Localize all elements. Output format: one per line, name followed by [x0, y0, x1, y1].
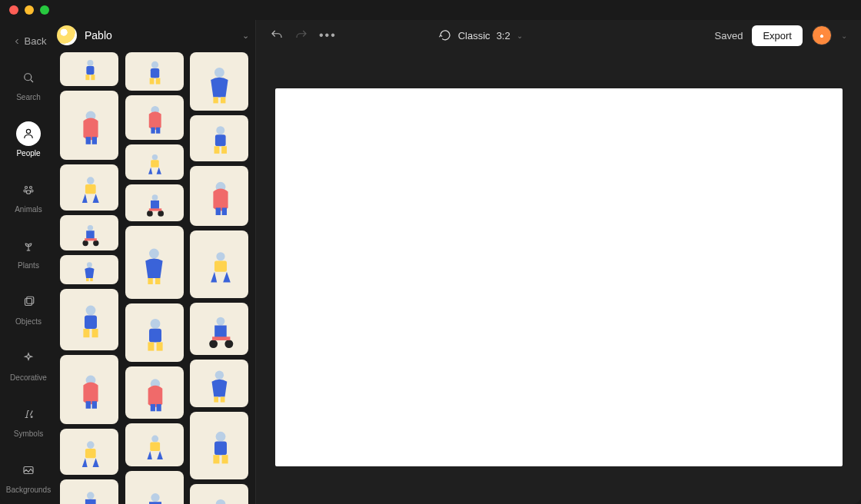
svg-rect-16	[85, 137, 90, 144]
search-icon	[16, 65, 41, 90]
svg-rect-19	[85, 184, 96, 194]
undo-icon	[270, 28, 284, 42]
illustration-thumbnail[interactable]	[125, 144, 184, 180]
category-symbols[interactable]: Symbols	[8, 397, 48, 443]
svg-point-18	[87, 177, 95, 184]
ratio-selector[interactable]: Classic 3:2 ⌄	[438, 28, 523, 42]
category-label: Objects	[15, 317, 42, 326]
main-area: ••• Classic 3:2 ⌄ Saved Export ⌄	[255, 20, 861, 504]
svg-rect-33	[85, 401, 90, 409]
minimize-window[interactable]	[25, 5, 34, 15]
illustration-thumbnail[interactable]	[125, 471, 184, 504]
svg-rect-92	[212, 337, 230, 340]
arrow-left-icon	[12, 37, 22, 46]
svg-rect-36	[85, 449, 96, 458]
undo-button[interactable]	[270, 28, 284, 42]
export-button[interactable]: Export	[752, 25, 803, 46]
svg-rect-51	[156, 128, 160, 134]
paw-icon	[16, 177, 41, 202]
close-window[interactable]	[9, 5, 18, 15]
svg-point-45	[151, 61, 158, 68]
svg-point-20	[87, 224, 92, 230]
category-label: Symbols	[14, 429, 43, 438]
more-menu[interactable]: •••	[319, 28, 337, 42]
illustration-thumbnail[interactable]	[190, 484, 248, 504]
canvas[interactable]	[275, 88, 843, 466]
illustration-thumbnail[interactable]	[60, 164, 118, 211]
user-avatar[interactable]	[812, 25, 832, 45]
illustration-thumbnail[interactable]	[125, 226, 184, 299]
chevron-down-icon[interactable]: ⌄	[841, 32, 847, 40]
svg-rect-17	[91, 137, 96, 144]
illustration-thumbnail[interactable]	[190, 412, 248, 479]
illustration-thumbnail[interactable]	[125, 184, 184, 221]
svg-rect-30	[83, 329, 89, 337]
svg-point-96	[216, 432, 226, 442]
svg-point-37	[87, 492, 95, 499]
illustration-thumbnail[interactable]	[60, 479, 118, 504]
illustration-thumbnail[interactable]	[125, 52, 184, 91]
svg-rect-12	[86, 66, 94, 75]
category-decorative[interactable]: Decorative	[8, 341, 48, 386]
category-search[interactable]: Search	[8, 61, 48, 106]
library-header[interactable]: Pablo ⌄	[57, 20, 255, 51]
chevron-down-icon[interactable]: ⌄	[242, 31, 249, 41]
svg-point-0	[25, 74, 32, 81]
illustration-thumbnail[interactable]	[125, 366, 184, 419]
svg-rect-77	[213, 97, 218, 103]
illustration-thumbnail[interactable]	[125, 423, 184, 466]
category-label: Animals	[15, 205, 42, 214]
svg-point-62	[151, 319, 161, 329]
objects-icon	[16, 290, 41, 314]
redo-button[interactable]	[294, 28, 308, 42]
maximize-window[interactable]	[40, 5, 49, 15]
illustration-thumbnail[interactable]	[190, 360, 248, 407]
category-people[interactable]: People	[8, 117, 48, 162]
svg-rect-82	[221, 146, 227, 154]
back-label: Back	[25, 35, 47, 47]
illustration-thumbnail[interactable]	[190, 52, 248, 111]
category-backgrounds[interactable]: Backgrounds	[8, 453, 48, 499]
svg-point-54	[152, 194, 158, 201]
sparkle-icon	[16, 346, 41, 370]
svg-rect-84	[216, 207, 221, 215]
svg-point-11	[87, 60, 93, 66]
illustration-thumbnail[interactable]	[60, 215, 118, 250]
illustration-thumbnail[interactable]	[60, 91, 118, 160]
svg-point-9	[31, 416, 32, 417]
svg-rect-98	[213, 455, 219, 463]
svg-rect-63	[149, 328, 161, 342]
illustration-thumbnail[interactable]	[190, 230, 248, 298]
svg-point-1	[26, 129, 30, 133]
svg-rect-55	[151, 201, 159, 209]
svg-rect-70	[151, 442, 161, 451]
svg-rect-78	[221, 97, 225, 103]
category-objects[interactable]: Objects	[8, 285, 48, 330]
illustration-thumbnail[interactable]	[190, 303, 248, 355]
person-icon	[16, 121, 41, 146]
svg-rect-68	[157, 404, 161, 411]
category-animals[interactable]: Animals	[8, 173, 48, 218]
illustration-thumbnail[interactable]	[190, 166, 248, 226]
category-plants[interactable]: Plants	[8, 229, 48, 274]
illustration-thumbnail[interactable]	[125, 303, 184, 362]
svg-rect-34	[91, 401, 96, 409]
svg-point-4	[24, 190, 26, 192]
illustration-thumbnail[interactable]	[60, 255, 118, 284]
illustration-thumbnail[interactable]	[125, 95, 184, 140]
illustration-thumbnail[interactable]	[60, 52, 118, 86]
svg-rect-38	[85, 499, 96, 504]
illustration-thumbnail[interactable]	[60, 355, 118, 424]
plant-icon	[16, 234, 41, 258]
illustration-thumbnail[interactable]	[60, 289, 118, 350]
illustration-thumbnail[interactable]	[190, 115, 248, 161]
svg-point-79	[216, 126, 224, 134]
svg-point-6	[26, 191, 30, 194]
svg-point-86	[216, 252, 224, 260]
svg-point-25	[87, 262, 92, 267]
svg-rect-13	[85, 75, 89, 81]
back-button[interactable]: Back	[0, 35, 57, 47]
illustration-thumbnail[interactable]	[60, 429, 118, 475]
svg-rect-27	[90, 278, 92, 281]
svg-point-88	[216, 317, 224, 325]
